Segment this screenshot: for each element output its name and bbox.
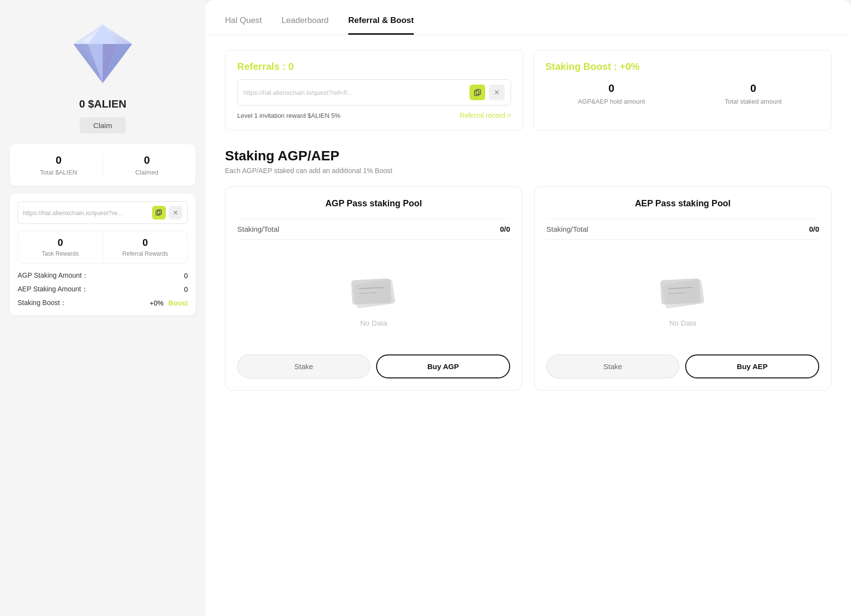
staking-boost-row: Staking Boost： +0% Boost — [18, 299, 188, 308]
agp-aep-stat: 0 AGP&AEP hold amount — [545, 82, 677, 105]
staking-section: Staking AGP/AEP Each AGP/AEP staked can … — [225, 148, 831, 391]
top-cards: Referrals : 0 https://hal.alienxchain.io… — [225, 50, 831, 131]
aep-pool-title: AEP Pass staking Pool — [546, 198, 819, 209]
claimed-label: Claimed — [103, 169, 191, 176]
staking-boost-left-label: Staking Boost： — [18, 299, 67, 308]
referrals-input-row: https://hal.alienxchain.io/quest?ref=P..… — [237, 79, 511, 106]
left-copy-button[interactable] — [152, 206, 166, 220]
svg-rect-12 — [476, 89, 480, 94]
staking-boost-card: Staking Boost : +0% 0 AGP&AEP hold amoun… — [533, 50, 831, 131]
referrals-url: https://hal.alienxchain.io/quest?ref=P..… — [244, 89, 466, 96]
left-panel: 0 $ALIEN Claim 0 Total $ALIEN 0 Claimed … — [0, 0, 205, 616]
left-close-button[interactable]: ✕ — [169, 206, 182, 220]
right-panel: Hal Quest Leaderboard Referral & Boost R… — [205, 0, 851, 616]
agp-pool-buttons: Stake Buy AGP — [237, 354, 510, 378]
referrals-bottom-row: Level 1 invitation reward $ALIEN 5% Refe… — [237, 111, 511, 119]
pools-row: AGP Pass staking Pool Staking/Total 0/0 — [225, 186, 831, 391]
total-alien-value: 0 — [15, 154, 103, 167]
staking-subtitle: Each AGP/AEP staked can add an additiona… — [225, 167, 831, 175]
referrals-card: Referrals : 0 https://hal.alienxchain.io… — [225, 50, 523, 131]
tab-referral-boost[interactable]: Referral & Boost — [348, 16, 414, 35]
svg-rect-18 — [660, 278, 701, 305]
agp-staking-total-label: Staking/Total — [237, 225, 279, 233]
left-staking-info: AGP Staking Amount： 0 AEP Staking Amount… — [18, 271, 188, 308]
staking-title: Staking AGP/AEP — [225, 148, 831, 164]
total-staked-stat: 0 Total staked amount — [687, 82, 819, 105]
referral-rewards-label: Referral Rewards — [107, 250, 184, 257]
aep-buy-button[interactable]: Buy AEP — [685, 354, 819, 378]
referral-record-link[interactable]: Referral record > — [460, 111, 511, 119]
task-rewards-value: 0 — [22, 237, 99, 248]
claimed-value: 0 — [103, 154, 191, 167]
left-referral-url: https://hal.alienxchain.io/quest?re... — [23, 209, 149, 217]
tab-leaderboard[interactable]: Leaderboard — [282, 16, 329, 35]
main-content: Referrals : 0 https://hal.alienxchain.io… — [205, 35, 851, 616]
total-staked-value: 0 — [687, 82, 819, 95]
task-rewards-label: Task Rewards — [22, 250, 99, 257]
aep-pool-buttons: Stake Buy AEP — [546, 354, 819, 378]
agp-buy-button[interactable]: Buy AGP — [376, 354, 510, 378]
svg-rect-11 — [474, 90, 479, 95]
alien-balance: 0 $ALIEN — [79, 98, 127, 110]
boost-link[interactable]: Boost — [168, 299, 188, 307]
agp-pool-title: AGP Pass staking Pool — [237, 198, 510, 209]
referrals-count: 0 — [289, 61, 294, 72]
agp-stake-button[interactable]: Stake — [237, 354, 370, 378]
aep-staking-row: AEP Staking Amount： 0 — [18, 285, 188, 294]
left-referral-input-row: https://hal.alienxchain.io/quest?re... ✕ — [18, 201, 188, 224]
referral-rewards-item: 0 Referral Rewards — [103, 231, 188, 263]
diamond-icon — [54, 15, 152, 93]
agp-pool-card: AGP Pass staking Pool Staking/Total 0/0 — [225, 186, 522, 391]
staking-boost-value: +0% — [620, 61, 640, 72]
boost-stats: 0 AGP&AEP hold amount 0 Total staked amo… — [545, 82, 819, 105]
total-staked-label: Total staked amount — [687, 98, 819, 105]
agp-staking-value: 0 — [184, 272, 188, 280]
tabs-bar: Hal Quest Leaderboard Referral & Boost — [205, 0, 851, 35]
rewards-row: 0 Task Rewards 0 Referral Rewards — [18, 231, 188, 264]
agp-no-data-container: No Data — [237, 247, 510, 347]
svg-rect-14 — [351, 278, 392, 305]
agp-staking-total-row: Staking/Total 0/0 — [237, 219, 510, 240]
referral-rewards-value: 0 — [107, 237, 184, 248]
aep-staking-total-label: Staking/Total — [546, 225, 588, 233]
staking-boost-title: Staking Boost : +0% — [545, 61, 819, 72]
tab-hal-quest[interactable]: Hal Quest — [225, 16, 262, 35]
agp-staking-total-value: 0/0 — [500, 225, 510, 233]
aep-pool-card: AEP Pass staking Pool Staking/Total 0/0 — [534, 186, 831, 391]
invitation-text: Level 1 invitation reward $ALIEN 5% — [237, 112, 340, 119]
agp-staking-row: AGP Staking Amount： 0 — [18, 271, 188, 280]
aep-no-data-text: No Data — [669, 319, 696, 327]
total-alien-stat: 0 Total $ALIEN — [15, 154, 103, 176]
stats-card: 0 Total $ALIEN 0 Claimed — [10, 144, 196, 186]
claim-button[interactable]: Claim — [80, 117, 126, 133]
referrals-close-button[interactable]: ✕ — [489, 85, 505, 100]
referrals-title: Referrals : 0 — [237, 61, 511, 72]
task-rewards-item: 0 Task Rewards — [18, 231, 103, 263]
aep-no-data-container: No Data — [546, 247, 819, 347]
agp-no-data-text: No Data — [360, 319, 387, 327]
aep-stake-button[interactable]: Stake — [546, 354, 679, 378]
claimed-stat: 0 Claimed — [103, 154, 191, 176]
agp-aep-value: 0 — [545, 82, 677, 95]
referrals-copy-button[interactable] — [470, 85, 485, 100]
aep-staking-value: 0 — [184, 286, 188, 293]
agp-aep-label: AGP&AEP hold amount — [545, 98, 677, 105]
left-referral-card: https://hal.alienxchain.io/quest?re... ✕… — [10, 194, 196, 315]
aep-staking-total-row: Staking/Total 0/0 — [546, 219, 819, 240]
total-alien-label: Total $ALIEN — [15, 169, 103, 176]
agp-staking-label: AGP Staking Amount： — [18, 271, 89, 280]
aep-staking-total-value: 0/0 — [809, 225, 819, 233]
staking-boost-left-value: +0% Boost — [150, 299, 188, 307]
aep-staking-label: AEP Staking Amount： — [18, 285, 88, 294]
